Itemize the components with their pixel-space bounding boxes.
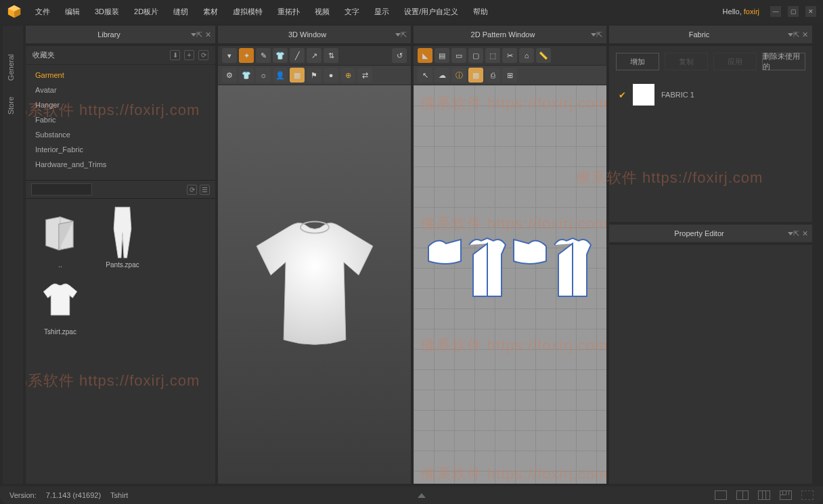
2d-info-icon[interactable]: ⓘ xyxy=(451,68,466,83)
3d-viewport[interactable] xyxy=(218,85,411,484)
tool-shirt-icon[interactable]: 👕 xyxy=(273,48,288,63)
menu-material[interactable]: 素材 xyxy=(198,4,223,20)
layout-split2-icon[interactable] xyxy=(736,490,749,500)
undock-icon[interactable]: ⇱ xyxy=(793,30,799,39)
layout-full-icon[interactable] xyxy=(801,490,814,500)
tree-avatar[interactable]: Avatar xyxy=(26,83,215,97)
library-panel-tab[interactable]: Library ⇱✕ xyxy=(26,26,215,43)
2d-sew-icon[interactable]: ✂ xyxy=(502,48,517,63)
2d-pattern-panel: ◣ ▤ ▭ ▢ ⬚ ✂ ⌂ 📏 ↖ ☁ ⓘ ▩ ⎙ ⊞ xyxy=(414,46,606,484)
tool-sim-icon[interactable]: ▾ xyxy=(222,48,237,63)
menu-file[interactable]: 文件 xyxy=(30,4,55,20)
fabric-apply-button[interactable]: 应用 xyxy=(713,53,757,70)
expand-up-icon[interactable] xyxy=(418,493,426,498)
menu-text[interactable]: 文字 xyxy=(339,4,365,20)
menu-video[interactable]: 视频 xyxy=(309,4,335,20)
tool-pen-icon[interactable]: ✎ xyxy=(256,48,271,63)
list-view-icon[interactable]: ☰ xyxy=(200,185,210,195)
tree-hanger[interactable]: Hanger xyxy=(26,97,215,112)
layout-split3-icon[interactable] xyxy=(758,490,770,500)
undock-icon[interactable]: ⇱ xyxy=(596,30,602,39)
hello-user: Hello, foxirj xyxy=(723,7,759,16)
2d-grid-icon[interactable]: ⊞ xyxy=(502,68,517,83)
fabric-delete-unused-button[interactable]: 删除未使用的 xyxy=(762,53,805,70)
fabric-list-item[interactable]: ✔ FABRIC 1 xyxy=(609,77,812,112)
close-panel-icon[interactable]: ✕ xyxy=(802,229,808,238)
watermark: 佛系软件 https://foxirj.com xyxy=(420,214,606,234)
close-panel-icon[interactable]: ✕ xyxy=(802,30,808,39)
tree-garment[interactable]: Garment xyxy=(26,68,215,83)
undock-icon[interactable]: ⇱ xyxy=(793,229,799,238)
watermark: 佛系软件 https://foxirj.com xyxy=(420,336,606,356)
tree-substance[interactable]: Substance xyxy=(26,127,215,142)
download-icon[interactable]: ⬇ xyxy=(170,50,180,60)
tree-hardware[interactable]: Hardware_and_Trims xyxy=(26,157,215,172)
tool-undo-icon[interactable]: ↺ xyxy=(392,48,407,63)
window-close-button[interactable]: ✕ xyxy=(805,6,816,17)
menu-2d[interactable]: 2D板片 xyxy=(129,4,164,20)
tool-select-icon[interactable]: ✦ xyxy=(239,48,254,63)
undock-icon[interactable]: ⇱ xyxy=(196,30,202,39)
3d-window-panel-tab[interactable]: 3D Window ⇱ xyxy=(218,26,411,43)
close-panel-icon[interactable]: ✕ xyxy=(205,30,211,39)
menu-3d[interactable]: 3D服装 xyxy=(89,4,125,20)
view-avatar-icon[interactable]: 👤 xyxy=(273,68,288,83)
side-vertical-tabs: General Store xyxy=(3,26,23,484)
tool-arrow-icon[interactable]: ↗ xyxy=(307,48,321,63)
refresh-icon[interactable]: ⟳ xyxy=(198,50,208,60)
2d-pattern-panel-tab[interactable]: 2D Pattern Window ⇱ xyxy=(414,26,606,43)
layout-single-icon[interactable] xyxy=(715,490,727,500)
fabric-swatch xyxy=(633,84,654,106)
tool-needle-icon[interactable]: ╱ xyxy=(290,48,305,63)
thumb-parent-folder[interactable]: .. xyxy=(32,208,88,269)
path-dropdown[interactable] xyxy=(31,183,92,196)
fabric-copy-button[interactable]: 复制 xyxy=(665,53,708,70)
2d-folder-icon[interactable]: ▭ xyxy=(451,48,466,63)
fabric-panel-tab[interactable]: Fabric ⇱✕ xyxy=(609,26,812,43)
layout-grid-icon[interactable] xyxy=(780,490,792,500)
2d-edit-icon[interactable]: ▤ xyxy=(435,48,449,63)
2d-cursor-icon[interactable]: ↖ xyxy=(418,68,432,83)
2d-note-icon[interactable]: ▩ xyxy=(468,68,483,83)
fabric-add-button[interactable]: 增加 xyxy=(616,53,659,70)
view-globe-icon[interactable]: ⊕ xyxy=(340,68,355,83)
view-transfer-icon[interactable]: ⇄ xyxy=(357,68,372,83)
view-gear-icon[interactable]: ⚙ xyxy=(222,68,237,83)
view-box-icon[interactable]: ▩ xyxy=(290,68,305,83)
2d-lock-icon[interactable]: ⎙ xyxy=(485,68,500,83)
view-head-icon[interactable]: ● xyxy=(324,68,338,83)
menu-retopo[interactable]: 重拓扑 xyxy=(272,4,305,20)
window-maximize-button[interactable]: ▢ xyxy=(788,6,799,17)
3d-toolbar-1: ▾ ✦ ✎ 👕 ╱ ↗ ⇅ ↺ xyxy=(218,46,411,66)
view-shirt-icon[interactable]: 👕 xyxy=(239,68,254,83)
menubar: 文件 编辑 3D服装 2D板片 缝纫 素材 虚拟模特 重拓扑 视频 文字 显示 … xyxy=(0,0,823,23)
menu-avatar[interactable]: 虚拟模特 xyxy=(227,4,268,20)
menu-edit[interactable]: 编辑 xyxy=(60,4,85,20)
2d-select-icon[interactable]: ◣ xyxy=(418,48,432,63)
property-panel-tab[interactable]: Property Editor ⇱✕ xyxy=(609,225,812,242)
tool-dual-icon[interactable]: ⇅ xyxy=(324,48,338,63)
view-sun-icon[interactable]: ☼ xyxy=(256,68,271,83)
2d-trace-icon[interactable]: ⬚ xyxy=(485,48,500,63)
2d-cloud-icon[interactable]: ☁ xyxy=(435,68,449,83)
thumb-tshirt[interactable]: Tshirt.zpac xyxy=(32,275,88,336)
menu-help[interactable]: 帮助 xyxy=(468,4,493,20)
2d-rect-icon[interactable]: ▢ xyxy=(468,48,483,63)
2d-machine-icon[interactable]: ⌂ xyxy=(519,48,534,63)
vtab-store[interactable]: Store xyxy=(3,89,23,122)
menu-display[interactable]: 显示 xyxy=(369,4,395,20)
menu-settings[interactable]: 设置/用户自定义 xyxy=(399,4,464,20)
menu-sew[interactable]: 缝纫 xyxy=(168,4,194,20)
2d-measure-icon[interactable]: 📏 xyxy=(536,48,551,63)
refresh-list-icon[interactable]: ⟳ xyxy=(187,185,197,195)
thumb-pants[interactable]: Pants.zpac xyxy=(95,208,150,269)
undock-icon[interactable]: ⇱ xyxy=(401,30,407,39)
version-value: 7.1.143 (r41692) xyxy=(46,491,101,499)
tree-fabric[interactable]: Fabric xyxy=(26,112,215,127)
view-flag-icon[interactable]: ⚑ xyxy=(307,68,321,83)
vtab-general[interactable]: General xyxy=(3,46,23,89)
window-minimize-button[interactable]: — xyxy=(770,6,781,17)
tree-interior[interactable]: Interior_Fabric xyxy=(26,142,215,157)
2d-viewport[interactable]: 佛系软件 https://foxirj.com 佛系软件 https://fox… xyxy=(414,85,606,484)
add-icon[interactable]: + xyxy=(184,50,194,60)
